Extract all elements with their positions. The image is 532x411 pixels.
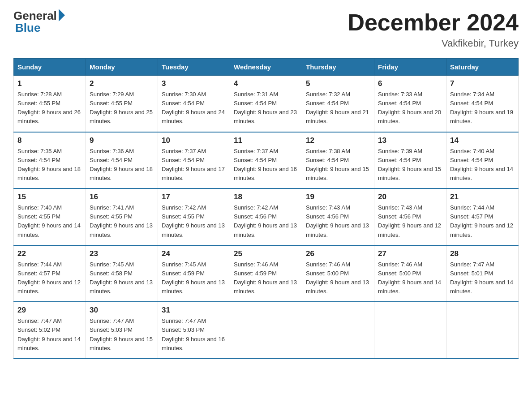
day-number: 10: [162, 136, 226, 145]
day-info: Sunrise: 7:43 AMSunset: 4:56 PMDaylight:…: [306, 203, 370, 240]
day-info: Sunrise: 7:40 AMSunset: 4:54 PMDaylight:…: [450, 147, 515, 183]
day-cell: 9 Sunrise: 7:36 AMSunset: 4:54 PMDayligh…: [86, 132, 158, 189]
day-number: 9: [90, 136, 154, 145]
day-cell: 13 Sunrise: 7:39 AMSunset: 4:54 PMDaylig…: [374, 132, 446, 189]
day-cell: 10 Sunrise: 7:37 AMSunset: 4:54 PMDaylig…: [158, 132, 230, 189]
day-info: Sunrise: 7:37 AMSunset: 4:54 PMDaylight:…: [234, 147, 298, 183]
col-header-sunday: Sunday: [14, 59, 86, 76]
week-row-3: 15 Sunrise: 7:40 AMSunset: 4:55 PMDaylig…: [14, 188, 519, 245]
day-cell: [446, 302, 519, 359]
day-info: Sunrise: 7:46 AMSunset: 5:00 PMDaylight:…: [306, 260, 370, 296]
day-number: 21: [450, 193, 515, 201]
day-cell: 24 Sunrise: 7:45 AMSunset: 4:59 PMDaylig…: [158, 245, 230, 302]
day-cell: 7 Sunrise: 7:34 AMSunset: 4:54 PMDayligh…: [446, 76, 519, 132]
day-info: Sunrise: 7:33 AMSunset: 4:54 PMDaylight:…: [378, 90, 442, 126]
day-cell: 11 Sunrise: 7:37 AMSunset: 4:54 PMDaylig…: [230, 132, 302, 189]
day-number: 18: [234, 193, 298, 201]
col-header-tuesday: Tuesday: [158, 59, 230, 76]
day-info: Sunrise: 7:41 AMSunset: 4:55 PMDaylight:…: [90, 203, 154, 240]
day-number: 27: [378, 249, 442, 258]
day-cell: 19 Sunrise: 7:43 AMSunset: 4:56 PMDaylig…: [302, 188, 374, 245]
day-number: 30: [90, 306, 154, 315]
logo-arrow-icon: [59, 9, 65, 21]
day-number: 3: [162, 79, 226, 88]
day-number: 29: [17, 306, 82, 315]
day-info: Sunrise: 7:46 AMSunset: 4:59 PMDaylight:…: [234, 260, 298, 296]
day-cell: 20 Sunrise: 7:43 AMSunset: 4:56 PMDaylig…: [374, 188, 446, 245]
day-info: Sunrise: 7:42 AMSunset: 4:55 PMDaylight:…: [162, 203, 226, 240]
day-cell: [374, 302, 446, 359]
day-number: 13: [378, 136, 442, 145]
day-number: 20: [378, 193, 442, 201]
day-number: 15: [17, 193, 82, 201]
col-header-saturday: Saturday: [446, 59, 519, 76]
day-cell: 31 Sunrise: 7:47 AMSunset: 5:03 PMDaylig…: [158, 302, 230, 359]
day-cell: 25 Sunrise: 7:46 AMSunset: 4:59 PMDaylig…: [230, 245, 302, 302]
day-cell: 23 Sunrise: 7:45 AMSunset: 4:58 PMDaylig…: [86, 245, 158, 302]
day-cell: 30 Sunrise: 7:47 AMSunset: 5:03 PMDaylig…: [86, 302, 158, 359]
day-cell: 12 Sunrise: 7:38 AMSunset: 4:54 PMDaylig…: [302, 132, 374, 189]
day-number: 19: [306, 193, 370, 201]
col-header-friday: Friday: [374, 59, 446, 76]
day-info: Sunrise: 7:30 AMSunset: 4:54 PMDaylight:…: [162, 90, 226, 126]
day-cell: [302, 302, 374, 359]
day-cell: 1 Sunrise: 7:28 AMSunset: 4:55 PMDayligh…: [14, 76, 86, 132]
day-cell: 6 Sunrise: 7:33 AMSunset: 4:54 PMDayligh…: [374, 76, 446, 132]
day-cell: 8 Sunrise: 7:35 AMSunset: 4:54 PMDayligh…: [14, 132, 86, 189]
day-info: Sunrise: 7:45 AMSunset: 4:58 PMDaylight:…: [90, 260, 154, 296]
day-info: Sunrise: 7:40 AMSunset: 4:55 PMDaylight:…: [17, 203, 82, 240]
day-cell: 22 Sunrise: 7:44 AMSunset: 4:57 PMDaylig…: [14, 245, 86, 302]
week-row-1: 1 Sunrise: 7:28 AMSunset: 4:55 PMDayligh…: [14, 76, 519, 132]
day-number: 31: [162, 306, 226, 315]
day-cell: 21 Sunrise: 7:44 AMSunset: 4:57 PMDaylig…: [446, 188, 519, 245]
day-number: 22: [17, 249, 82, 258]
logo: General Blue: [13, 9, 65, 35]
day-cell: 26 Sunrise: 7:46 AMSunset: 5:00 PMDaylig…: [302, 245, 374, 302]
day-number: 1: [17, 79, 82, 88]
day-info: Sunrise: 7:43 AMSunset: 4:56 PMDaylight:…: [378, 203, 442, 240]
day-cell: 17 Sunrise: 7:42 AMSunset: 4:55 PMDaylig…: [158, 188, 230, 245]
title-area: December 2024 Vakfikebir, Turkey: [348, 9, 519, 49]
day-number: 12: [306, 136, 370, 145]
day-cell: 5 Sunrise: 7:32 AMSunset: 4:54 PMDayligh…: [302, 76, 374, 132]
day-cell: [230, 302, 302, 359]
day-info: Sunrise: 7:44 AMSunset: 4:57 PMDaylight:…: [450, 203, 515, 240]
day-info: Sunrise: 7:39 AMSunset: 4:54 PMDaylight:…: [378, 147, 442, 183]
calendar-title: December 2024: [348, 9, 519, 36]
day-info: Sunrise: 7:47 AMSunset: 5:03 PMDaylight:…: [90, 317, 154, 353]
day-number: 28: [450, 249, 515, 258]
day-number: 4: [234, 79, 298, 88]
week-row-2: 8 Sunrise: 7:35 AMSunset: 4:54 PMDayligh…: [14, 132, 519, 189]
day-number: 6: [378, 79, 442, 88]
day-info: Sunrise: 7:32 AMSunset: 4:54 PMDaylight:…: [306, 90, 370, 126]
day-number: 16: [90, 193, 154, 201]
day-info: Sunrise: 7:47 AMSunset: 5:03 PMDaylight:…: [162, 317, 226, 353]
day-number: 14: [450, 136, 515, 145]
day-cell: 15 Sunrise: 7:40 AMSunset: 4:55 PMDaylig…: [14, 188, 86, 245]
day-cell: 29 Sunrise: 7:47 AMSunset: 5:02 PMDaylig…: [14, 302, 86, 359]
day-number: 8: [17, 136, 82, 145]
day-cell: 3 Sunrise: 7:30 AMSunset: 4:54 PMDayligh…: [158, 76, 230, 132]
week-row-5: 29 Sunrise: 7:47 AMSunset: 5:02 PMDaylig…: [14, 302, 519, 359]
col-header-monday: Monday: [86, 59, 158, 76]
day-info: Sunrise: 7:34 AMSunset: 4:54 PMDaylight:…: [450, 90, 515, 126]
page-header: General Blue December 2024 Vakfikebir, T…: [13, 9, 519, 49]
day-number: 7: [450, 79, 515, 88]
day-number: 23: [90, 249, 154, 258]
day-info: Sunrise: 7:31 AMSunset: 4:54 PMDaylight:…: [234, 90, 298, 126]
day-info: Sunrise: 7:44 AMSunset: 4:57 PMDaylight:…: [17, 260, 82, 296]
day-info: Sunrise: 7:35 AMSunset: 4:54 PMDaylight:…: [17, 147, 82, 183]
day-info: Sunrise: 7:29 AMSunset: 4:55 PMDaylight:…: [90, 90, 154, 126]
logo-blue-text: Blue: [13, 21, 40, 35]
day-number: 24: [162, 249, 226, 258]
day-cell: 18 Sunrise: 7:42 AMSunset: 4:56 PMDaylig…: [230, 188, 302, 245]
col-header-wednesday: Wednesday: [230, 59, 302, 76]
day-cell: 4 Sunrise: 7:31 AMSunset: 4:54 PMDayligh…: [230, 76, 302, 132]
day-info: Sunrise: 7:38 AMSunset: 4:54 PMDaylight:…: [306, 147, 370, 183]
day-info: Sunrise: 7:47 AMSunset: 5:01 PMDaylight:…: [450, 260, 515, 296]
calendar-subtitle: Vakfikebir, Turkey: [348, 38, 519, 49]
day-cell: 28 Sunrise: 7:47 AMSunset: 5:01 PMDaylig…: [446, 245, 519, 302]
day-number: 11: [234, 136, 298, 145]
day-cell: 16 Sunrise: 7:41 AMSunset: 4:55 PMDaylig…: [86, 188, 158, 245]
day-info: Sunrise: 7:36 AMSunset: 4:54 PMDaylight:…: [90, 147, 154, 183]
